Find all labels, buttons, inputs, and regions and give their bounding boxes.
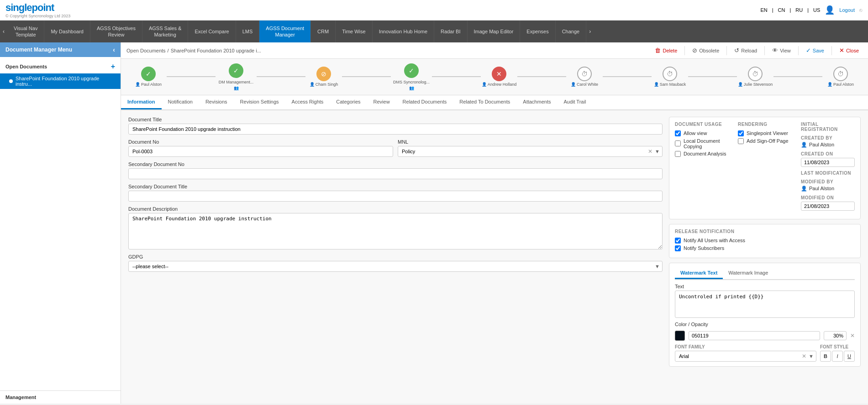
font-bold-btn[interactable]: B [820, 351, 831, 362]
tab-related-docs[interactable]: Related Documents [396, 95, 453, 109]
font-italic-btn[interactable]: I [832, 351, 843, 362]
workflow-user-1: 👤 Paul Alston [135, 82, 162, 87]
tab-notification[interactable]: Notification [162, 95, 199, 109]
gdpg-select[interactable]: --please select-- [128, 261, 663, 272]
modified-on-label: Modified On [801, 195, 855, 200]
save-button[interactable]: ✓ Save [802, 45, 828, 56]
workflow: ✓ 👤 Paul Alston ✓ DM Management... � [121, 59, 868, 95]
delete-button[interactable]: 🗑 Delete [651, 45, 681, 56]
nav-time-wise[interactable]: Time Wise [336, 21, 373, 42]
add-sign-off-row: Add Sign-Off Page [738, 138, 792, 144]
nav-expenses[interactable]: Expenses [520, 21, 555, 42]
tab-review[interactable]: Review [367, 95, 396, 109]
nav-innovation-hub[interactable]: Innovation Hub Home [373, 21, 434, 42]
wm-tab-image[interactable]: Watermark Image [723, 268, 773, 279]
nav-change[interactable]: Change [556, 21, 587, 42]
opacity-clear-btn[interactable]: ✕ [850, 332, 855, 339]
nav-radar-bi[interactable]: Radar BI [434, 21, 467, 42]
sidebar-item-sharepoint[interactable]: SharePoint Foundation 2010 upgrade instr… [0, 73, 121, 89]
nav-my-dashboard[interactable]: My Dashboard [44, 21, 90, 42]
font-family-arrow[interactable]: ▼ [809, 353, 814, 359]
sidebar-open-docs-section: Open Documents + SharePoint Foundation 2… [0, 57, 121, 92]
logout-btn[interactable]: Logout [839, 7, 855, 13]
workflow-user-6: 👤 Carol White [571, 82, 598, 87]
nav-crm[interactable]: CRM [311, 21, 336, 42]
sidebar: Document Manager Menu ‹ Open Documents +… [0, 42, 121, 404]
reload-button[interactable]: ↺ Reload [731, 45, 761, 56]
close-button[interactable]: ✕ Close [836, 45, 863, 56]
tab-categories[interactable]: Categories [330, 95, 367, 109]
nav-bar: ‹ Visual NavTemplate My Dashboard AGSS O… [0, 21, 868, 42]
nav-image-map[interactable]: Image Map Editor [468, 21, 521, 42]
save-label: Save [813, 48, 824, 53]
mnl-input[interactable] [398, 146, 663, 157]
add-sign-off-checkbox[interactable] [738, 138, 744, 144]
nav-excel-compare[interactable]: Excel Compare [188, 21, 236, 42]
nav-agss-doc-manager[interactable]: AGSS DocumentManager [259, 21, 311, 42]
font-family-clear-btn[interactable]: ✕ [802, 353, 806, 359]
tab-information[interactable]: Information [121, 95, 162, 109]
singlepoint-viewer-checkbox[interactable] [738, 130, 744, 136]
mnl-clear-btn[interactable]: ✕ [648, 148, 652, 155]
opacity-input[interactable] [824, 331, 847, 340]
mnl-dropdown-arrow[interactable]: ▼ [655, 149, 660, 154]
nav-agss-objectives[interactable]: AGSS ObjectivesReview [90, 21, 142, 42]
watermark-text-input[interactable]: Uncontroled if printed {{D}} [675, 291, 855, 318]
modified-by-value: 👤 Paul Alston [801, 186, 855, 192]
doc-desc-textarea[interactable]: SharePoint Foundation 2010 upgrade instr… [128, 213, 663, 249]
notify-all-checkbox[interactable] [675, 238, 681, 244]
nav-visual-nav[interactable]: Visual NavTemplate [7, 21, 44, 42]
lang-ru[interactable]: RU [795, 7, 803, 13]
created-on-input[interactable] [801, 158, 855, 167]
tab-access-rights[interactable]: Access Rights [285, 95, 330, 109]
sidebar-collapse-btn[interactable]: ‹ [113, 46, 115, 53]
doc-no-input[interactable] [128, 146, 393, 157]
allow-view-row: Allow view [675, 130, 729, 136]
lang-en[interactable]: EN [760, 7, 767, 13]
doc-title-input[interactable] [128, 124, 663, 135]
workflow-step-8: ⏱ 👤 Julie Stevenson [737, 67, 773, 87]
workflow-conn-4 [432, 76, 481, 77]
toolbar-sep-5 [831, 46, 832, 55]
workflow-user-7: 👤 Sam Mauback [654, 82, 686, 87]
tab-related-to-docs[interactable]: Related To Documents [453, 95, 516, 109]
lang-us[interactable]: US [813, 7, 820, 13]
lang-cn[interactable]: CN [778, 7, 785, 13]
color-swatch[interactable] [675, 331, 685, 341]
nav-agss-sales[interactable]: AGSS Sales &Marketing [142, 21, 189, 42]
modified-by-label: Modified By [801, 179, 855, 184]
rendering-col: RENDERING Singlepoint Viewer Add Sign-Of… [738, 122, 792, 214]
created-by-label: Created By [801, 135, 855, 140]
view-button[interactable]: 👁 View [768, 45, 794, 56]
doc-title-group: Document Title [128, 117, 663, 135]
font-underline-btn[interactable]: U [844, 351, 855, 362]
sec-doc-title-input[interactable] [128, 191, 663, 202]
tab-revisions[interactable]: Revisions [199, 95, 234, 109]
sidebar-open-docs-header[interactable]: Open Documents + [0, 60, 121, 73]
tab-attachments[interactable]: Attachments [516, 95, 557, 109]
tab-revision-settings[interactable]: Revision Settings [234, 95, 285, 109]
doc-analysis-checkbox[interactable] [675, 151, 681, 157]
local-doc-copy-label: Local Document Copying [684, 138, 729, 149]
sidebar-management[interactable]: Management [0, 391, 121, 404]
nav-lms[interactable]: LMS [236, 21, 260, 42]
sec-doc-no-input[interactable] [128, 168, 663, 179]
tab-audit-trail[interactable]: Audit Trail [557, 95, 592, 109]
font-family-input[interactable] [675, 351, 816, 362]
workflow-conn-1 [167, 76, 216, 77]
workflow-conn-5 [517, 76, 566, 77]
allow-view-checkbox[interactable] [675, 130, 681, 136]
workflow-step-5: ✕ 👤 Andrew Holland [481, 67, 517, 87]
nav-prev-arrow[interactable]: ‹ [0, 21, 7, 42]
wm-tab-text[interactable]: Watermark Text [675, 268, 723, 279]
watermark-panel: Watermark Text Watermark Image Text Unco… [669, 263, 861, 367]
notify-subs-checkbox[interactable] [675, 245, 681, 251]
sidebar-add-btn[interactable]: + [111, 62, 115, 71]
nav-next-arrow[interactable]: › [586, 21, 594, 42]
notify-subs-row: Notify Subscribers [675, 245, 855, 251]
color-hex-input[interactable] [689, 331, 820, 340]
breadcrumb-root[interactable]: Open Documents [126, 48, 166, 53]
local-doc-copy-checkbox[interactable] [675, 140, 681, 146]
modified-on-input[interactable] [801, 202, 855, 211]
obsolete-button[interactable]: ⊘ Obsolete [689, 45, 723, 56]
